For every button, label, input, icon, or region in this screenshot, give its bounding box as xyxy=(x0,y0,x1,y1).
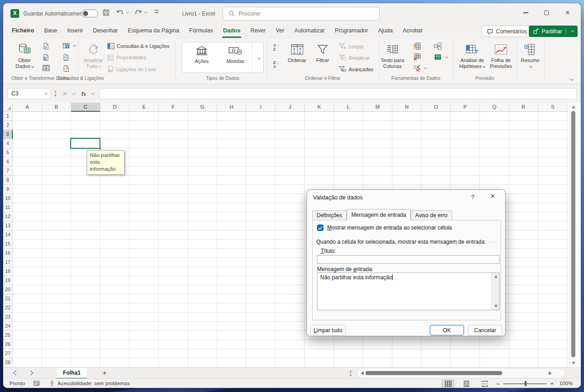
column-header-C[interactable]: C xyxy=(71,103,100,112)
column-header-R[interactable]: R xyxy=(509,103,538,112)
vertical-scroll-thumb[interactable] xyxy=(571,111,575,357)
normal-view-button[interactable] xyxy=(441,379,455,388)
excel-logo-icon[interactable]: X xyxy=(10,9,19,18)
cancel-dialog-button[interactable]: Cancelar xyxy=(468,325,502,335)
save-button[interactable] xyxy=(102,9,110,16)
reapply-filter-button[interactable]: Reaplicar xyxy=(339,54,370,61)
share-button[interactable]: Partilhar xyxy=(529,26,578,37)
dialog-tab-mensagem-entrada[interactable]: Mensagem de entrada xyxy=(347,209,411,220)
column-header-J[interactable]: J xyxy=(276,103,305,112)
zoom-in-button[interactable]: + xyxy=(550,380,554,387)
sort-asc-button[interactable]: A↓Z xyxy=(273,43,281,52)
forecast-sheet-button[interactable]: Folha de Previsões xyxy=(486,42,516,69)
row-header-22[interactable]: 22 xyxy=(3,303,13,313)
text-to-columns-button[interactable]: Texto para Colunas xyxy=(379,42,406,69)
column-header-O[interactable]: O xyxy=(422,103,451,112)
row-header-24[interactable]: 24 xyxy=(3,322,13,331)
row-header-23[interactable]: 23 xyxy=(3,313,13,322)
row-header-17[interactable]: 17 xyxy=(3,258,13,267)
tab-dados[interactable]: Dados xyxy=(218,24,245,39)
row-header-6[interactable]: 6 xyxy=(3,157,13,167)
row-header-16[interactable]: 16 xyxy=(3,249,13,258)
column-header-P[interactable]: P xyxy=(451,103,480,112)
consolidate-button[interactable] xyxy=(434,42,442,50)
from-table-range-button[interactable] xyxy=(42,65,50,71)
dialog-close-button[interactable]: × xyxy=(487,192,499,201)
tab-formulas[interactable]: Fórmulas xyxy=(184,24,218,39)
minimize-button[interactable] xyxy=(515,3,536,22)
sheet-tab-folha1[interactable]: Folha1 xyxy=(56,368,88,379)
row-header-3[interactable]: 3 xyxy=(3,130,13,139)
refresh-all-button[interactable]: Atualizar Tudo xyxy=(79,42,108,69)
column-header-B[interactable]: B xyxy=(42,103,71,112)
currencies-datatype-button[interactable]: Moedas xyxy=(219,45,251,64)
title-field-input[interactable] xyxy=(317,255,500,264)
accessibility-icon[interactable] xyxy=(49,380,55,387)
textarea-scroll-up-icon[interactable] xyxy=(494,275,498,278)
selection-box[interactable] xyxy=(70,138,100,149)
accessibility-status[interactable]: Acessibilidade: sem problemas xyxy=(57,381,130,386)
column-header-G[interactable]: G xyxy=(188,103,217,112)
tab-rever[interactable]: Rever xyxy=(245,24,271,39)
tab-esquema[interactable]: Esquema da Página xyxy=(123,24,184,39)
column-header-D[interactable]: D xyxy=(100,103,130,112)
filter-button[interactable]: Filtrar xyxy=(308,42,337,63)
tab-acrobat[interactable]: Acrobat xyxy=(398,24,428,39)
column-header-L[interactable]: L xyxy=(334,103,363,112)
textarea-scrollbar[interactable] xyxy=(491,273,499,310)
row-header-25[interactable]: 25 xyxy=(3,331,13,340)
column-header-H[interactable]: H xyxy=(217,103,246,112)
column-header-I[interactable]: I xyxy=(246,103,276,112)
from-table-picture-button[interactable] xyxy=(63,42,76,49)
row-header-5[interactable]: 5 xyxy=(3,148,13,157)
row-header-12[interactable]: 12 xyxy=(3,212,13,221)
column-header-K[interactable]: K xyxy=(305,103,334,112)
column-header-Q[interactable]: Q xyxy=(480,103,509,112)
row-header-9[interactable]: 9 xyxy=(3,185,13,194)
maximize-button[interactable] xyxy=(536,3,557,22)
dialog-help-button[interactable]: ? xyxy=(468,193,478,200)
row-header-18[interactable]: 18 xyxy=(3,267,13,276)
scroll-up-icon[interactable] xyxy=(572,105,575,108)
data-validation-button[interactable] xyxy=(413,64,427,72)
remove-duplicates-button[interactable] xyxy=(413,53,421,61)
zoom-level[interactable]: 100% xyxy=(559,381,573,386)
from-web-button[interactable] xyxy=(42,54,49,61)
sheet-prev-icon[interactable] xyxy=(13,370,18,375)
tab-base[interactable]: Base xyxy=(39,24,63,39)
textarea-scroll-down-icon[interactable] xyxy=(494,305,498,308)
horizontal-scroll-thumb[interactable] xyxy=(365,371,502,375)
dialog-tab-definicoes[interactable]: Definições xyxy=(312,210,347,220)
workbook-links-button[interactable]: Ligações do Livro xyxy=(107,66,156,73)
column-header-A[interactable]: A xyxy=(13,103,42,112)
tab-inserir[interactable]: Inserir xyxy=(62,24,88,39)
column-header-E[interactable]: E xyxy=(130,103,159,112)
column-header-N[interactable]: N xyxy=(392,103,422,112)
scrollbar-split-handle[interactable] xyxy=(350,371,351,376)
zoom-out-button[interactable]: − xyxy=(496,380,500,387)
page-break-view-button[interactable] xyxy=(478,379,491,388)
collapse-ribbon-button[interactable] xyxy=(569,76,573,82)
row-header-20[interactable]: 20 xyxy=(3,285,13,294)
fill-handle[interactable] xyxy=(99,147,101,150)
column-header-F[interactable]: F xyxy=(159,103,188,112)
row-header-14[interactable]: 14 xyxy=(3,230,13,240)
scroll-down-icon[interactable] xyxy=(572,362,575,365)
get-data-button[interactable]: Obter Dados xyxy=(10,42,39,69)
row-header-4[interactable]: 4 xyxy=(3,139,13,148)
scroll-left-icon[interactable] xyxy=(361,371,364,375)
formula-input[interactable] xyxy=(99,88,577,99)
sort-desc-button[interactable]: Z↓A xyxy=(273,61,281,69)
page-layout-view-button[interactable] xyxy=(459,379,473,388)
undo-button[interactable] xyxy=(116,9,129,16)
comments-button[interactable]: Comentários xyxy=(482,26,532,37)
existing-connections-button[interactable] xyxy=(63,65,69,72)
zoom-slider-thumb[interactable] xyxy=(525,381,527,386)
row-header-27[interactable]: 27 xyxy=(3,349,13,358)
recent-sources-button[interactable] xyxy=(63,54,69,61)
show-input-message-checkbox[interactable] xyxy=(317,225,323,231)
autosave-toggle[interactable] xyxy=(82,10,98,17)
row-header-13[interactable]: 13 xyxy=(3,221,13,230)
close-button[interactable]: × xyxy=(557,3,578,22)
from-text-button[interactable] xyxy=(42,42,49,50)
